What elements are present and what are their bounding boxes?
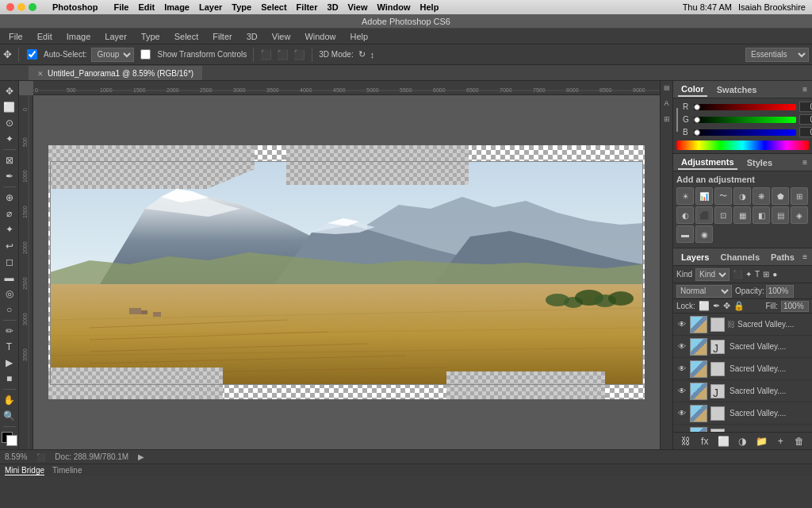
green-value[interactable] (799, 114, 812, 125)
selective-color-icon[interactable]: ◉ (695, 225, 713, 243)
opacity-input[interactable] (766, 285, 794, 298)
adj-panel-menu-icon[interactable]: ≡ (802, 158, 807, 167)
ps-menu-window[interactable]: Window (299, 31, 341, 42)
layers-blend-mode-select[interactable]: Normal Multiply Screen (676, 285, 732, 298)
layer-item[interactable]: 👁 Sacred Valley.... (673, 425, 812, 432)
document-tab[interactable]: ✕ Untitled_Panorama1 @ 8.59% (RGB/16*) (29, 66, 202, 80)
posterize-icon[interactable]: ▤ (772, 206, 789, 224)
layer-mask-icon[interactable]: ⬜ (717, 434, 731, 448)
mac-menu-window[interactable]: Window (377, 2, 410, 12)
color-panel-menu-icon[interactable]: ≡ (802, 85, 807, 94)
filter-icon1[interactable]: ⬛ (733, 270, 742, 279)
paths-tab[interactable]: Paths (768, 251, 798, 264)
layer-visibility-icon[interactable]: 👁 (676, 341, 688, 352)
tab-close-icon[interactable]: ✕ (37, 70, 44, 78)
layer-link-icon[interactable]: ⛓ (679, 434, 693, 448)
type-tool[interactable]: T (2, 340, 17, 354)
hsl-icon[interactable]: ⬟ (772, 187, 789, 205)
mac-menu-select[interactable]: Select (261, 2, 286, 12)
curves-icon[interactable]: 〜 (714, 187, 732, 205)
lock-transparent-icon[interactable]: ⬜ (699, 301, 710, 311)
levels-icon[interactable]: 📊 (695, 187, 713, 205)
mac-menu-edit[interactable]: Edit (138, 2, 155, 12)
layer-adjustment-icon[interactable]: ◑ (735, 434, 749, 448)
lock-all-icon[interactable]: 🔒 (733, 301, 745, 311)
align-right-icon[interactable]: ⬛ (293, 49, 305, 60)
layer-new-icon[interactable]: + (773, 434, 787, 448)
color-panel-header[interactable]: Color Swatches ≡ (673, 81, 812, 98)
color-swatch-box[interactable] (676, 108, 678, 132)
layer-fx-icon[interactable]: fx (698, 434, 712, 448)
fill-input[interactable] (781, 301, 809, 312)
info-icon[interactable]: A (664, 99, 668, 107)
navigator-icon[interactable]: ⊞ (664, 115, 670, 123)
ps-menu-3d[interactable]: 3D (241, 31, 263, 42)
color-tab[interactable]: Color (678, 83, 707, 97)
exposure-icon[interactable]: ◑ (733, 187, 751, 205)
layers-tab[interactable]: Layers (678, 251, 712, 264)
shape-tool[interactable]: ■ (2, 371, 17, 386)
mac-menu-filter[interactable]: Filter (297, 2, 318, 12)
3d-mode-icon1[interactable]: ↻ (358, 49, 366, 60)
brush-tool[interactable]: ⌀ (2, 206, 17, 221)
color-lookup-icon[interactable]: ▦ (733, 206, 751, 224)
layer-visibility-icon[interactable]: 👁 (676, 386, 688, 397)
threshold-icon[interactable]: ◈ (791, 206, 808, 224)
blur-tool[interactable]: ◎ (2, 287, 17, 301)
mac-menu-help[interactable]: Help (420, 2, 439, 12)
mac-menu-image[interactable]: Image (164, 2, 190, 12)
clone-tool[interactable]: ✦ (2, 222, 17, 237)
ps-menu-type[interactable]: Type (136, 31, 166, 42)
bw-icon[interactable]: ◐ (676, 206, 694, 224)
styles-tab[interactable]: Styles (744, 156, 776, 169)
brightness-contrast-icon[interactable]: ☀ (676, 187, 694, 205)
filter-icon5[interactable]: ● (772, 270, 777, 279)
green-slider[interactable] (694, 117, 796, 123)
ps-menu-image[interactable]: Image (61, 31, 97, 42)
filter-icon4[interactable]: ⊞ (763, 270, 769, 279)
align-left-icon[interactable]: ⬛ (260, 49, 272, 60)
filter-icon3[interactable]: T (755, 270, 760, 279)
blue-slider[interactable] (694, 129, 796, 136)
mac-menu-type[interactable]: Type (232, 2, 251, 12)
ps-menu-view[interactable]: View (266, 31, 297, 42)
mac-menu-items[interactable]: File Edit Image Layer Type Select Filter… (113, 2, 439, 12)
magic-wand-tool[interactable]: ✦ (2, 132, 17, 146)
color-balance-icon[interactable]: ⊞ (791, 187, 808, 205)
photo-filter-icon[interactable]: ⬛ (695, 206, 713, 224)
filter-icon2[interactable]: ✦ (745, 270, 752, 279)
lock-move-icon[interactable]: ✥ (723, 301, 730, 311)
path-select-tool[interactable]: ▶ (2, 356, 17, 370)
vibrance-icon[interactable]: ❋ (753, 187, 770, 205)
move-tool[interactable]: ✥ (2, 84, 17, 98)
layer-group-icon[interactable]: 📁 (754, 434, 768, 448)
color-boxes[interactable] (2, 432, 17, 446)
swatches-tab[interactable]: Swatches (714, 83, 760, 96)
auto-select-checkbox[interactable] (27, 49, 37, 60)
close-button[interactable] (6, 3, 14, 11)
adjustments-panel-header[interactable]: Adjustments Styles ≡ (673, 154, 812, 171)
color-spectrum[interactable] (676, 140, 809, 150)
gradient-map-icon[interactable]: ▬ (676, 225, 694, 243)
layer-item[interactable]: 👁 Sacred Valley.... (673, 402, 812, 425)
eyedropper-tool[interactable]: ✒ (2, 169, 17, 183)
canvas-work-area[interactable] (33, 95, 660, 449)
red-slider[interactable] (694, 104, 796, 110)
history-brush-tool[interactable]: ↩ (2, 239, 17, 253)
workspace-select[interactable]: Essentials (745, 48, 809, 62)
mac-menu-layer[interactable]: Layer (199, 2, 222, 12)
histogram-icon[interactable]: ▤ (663, 84, 670, 91)
layer-item[interactable]: 👁 J Sacred Valley.... (673, 380, 812, 402)
layers-kind-select[interactable]: Kind (695, 268, 730, 281)
dodge-tool[interactable]: ○ (2, 302, 17, 317)
hand-tool[interactable]: ✋ (2, 393, 17, 407)
timeline-tab[interactable]: Timeline (52, 466, 82, 475)
channels-tab[interactable]: Channels (717, 251, 763, 264)
mac-window-controls[interactable] (6, 3, 36, 11)
channel-mixer-icon[interactable]: ⊡ (714, 206, 732, 224)
mini-bridge-tab[interactable]: Mini Bridge (5, 466, 44, 475)
adjustments-tab[interactable]: Adjustments (678, 156, 737, 170)
status-arrow-icon[interactable]: ▶ (138, 452, 144, 461)
layer-visibility-icon[interactable]: 👁 (676, 319, 688, 330)
mac-menu-3d[interactable]: 3D (327, 2, 339, 12)
